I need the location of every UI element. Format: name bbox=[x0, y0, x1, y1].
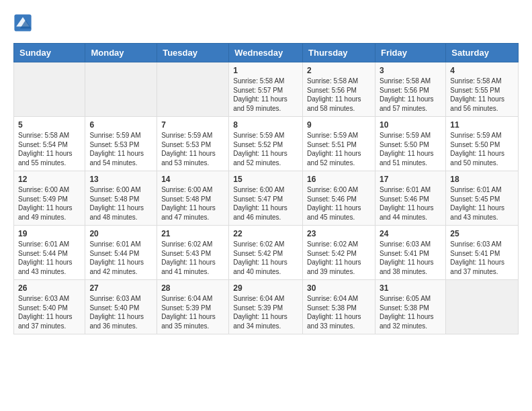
calendar-cell: 27Sunrise: 6:03 AMSunset: 5:40 PMDayligh… bbox=[85, 280, 157, 334]
day-number: 25 bbox=[450, 229, 514, 238]
day-number: 18 bbox=[450, 175, 514, 184]
day-number: 15 bbox=[233, 175, 298, 184]
calendar-cell: 14Sunrise: 6:00 AMSunset: 5:48 PMDayligh… bbox=[157, 171, 229, 226]
day-number: 31 bbox=[380, 283, 441, 293]
day-number: 4 bbox=[450, 66, 514, 75]
cell-content: Sunrise: 6:03 AMSunset: 5:40 PMDaylight:… bbox=[18, 294, 81, 330]
calendar-cell: 15Sunrise: 6:00 AMSunset: 5:47 PMDayligh… bbox=[229, 171, 303, 226]
day-number: 6 bbox=[89, 120, 152, 130]
day-number: 24 bbox=[380, 229, 441, 238]
cell-content: Sunrise: 6:03 AMSunset: 5:41 PMDaylight:… bbox=[450, 240, 514, 276]
weekday-header: Saturday bbox=[446, 44, 519, 62]
cell-content: Sunrise: 5:58 AMSunset: 5:56 PMDaylight:… bbox=[380, 77, 441, 113]
day-number: 20 bbox=[89, 229, 152, 238]
day-number: 2 bbox=[307, 66, 371, 75]
day-number: 28 bbox=[161, 283, 224, 293]
day-number: 17 bbox=[380, 175, 441, 184]
logo-icon bbox=[13, 13, 32, 32]
calendar-cell: 13Sunrise: 6:00 AMSunset: 5:48 PMDayligh… bbox=[85, 171, 157, 226]
cell-content: Sunrise: 5:59 AMSunset: 5:53 PMDaylight:… bbox=[89, 131, 152, 167]
calendar-cell: 20Sunrise: 6:01 AMSunset: 5:44 PMDayligh… bbox=[85, 226, 157, 280]
day-number: 9 bbox=[307, 120, 371, 130]
weekday-header: Friday bbox=[375, 44, 445, 62]
calendar-cell: 21Sunrise: 6:02 AMSunset: 5:43 PMDayligh… bbox=[157, 226, 229, 280]
calendar-cell: 10Sunrise: 5:59 AMSunset: 5:50 PMDayligh… bbox=[375, 117, 445, 171]
calendar-cell: 8Sunrise: 5:59 AMSunset: 5:52 PMDaylight… bbox=[229, 117, 303, 171]
calendar-cell: 6Sunrise: 5:59 AMSunset: 5:53 PMDaylight… bbox=[85, 117, 157, 171]
calendar-cell: 25Sunrise: 6:03 AMSunset: 5:41 PMDayligh… bbox=[446, 226, 519, 280]
day-number: 3 bbox=[380, 66, 441, 75]
cell-content: Sunrise: 5:59 AMSunset: 5:51 PMDaylight:… bbox=[307, 131, 371, 167]
calendar-week-row: 12Sunrise: 6:00 AMSunset: 5:49 PMDayligh… bbox=[14, 171, 519, 226]
cell-content: Sunrise: 5:59 AMSunset: 5:50 PMDaylight:… bbox=[380, 131, 441, 167]
calendar-cell: 2Sunrise: 5:58 AMSunset: 5:56 PMDaylight… bbox=[303, 62, 375, 117]
cell-content: Sunrise: 6:01 AMSunset: 5:45 PMDaylight:… bbox=[450, 185, 514, 222]
calendar-cell: 26Sunrise: 6:03 AMSunset: 5:40 PMDayligh… bbox=[14, 280, 85, 334]
cell-content: Sunrise: 6:03 AMSunset: 5:41 PMDaylight:… bbox=[380, 240, 441, 276]
cell-content: Sunrise: 6:00 AMSunset: 5:46 PMDaylight:… bbox=[307, 185, 371, 222]
calendar-cell: 19Sunrise: 6:01 AMSunset: 5:44 PMDayligh… bbox=[14, 226, 85, 280]
weekday-header: Sunday bbox=[14, 44, 85, 62]
cell-content: Sunrise: 6:01 AMSunset: 5:44 PMDaylight:… bbox=[18, 240, 81, 276]
calendar-week-row: 26Sunrise: 6:03 AMSunset: 5:40 PMDayligh… bbox=[14, 280, 519, 334]
calendar-week-row: 19Sunrise: 6:01 AMSunset: 5:44 PMDayligh… bbox=[14, 226, 519, 280]
cell-content: Sunrise: 6:02 AMSunset: 5:43 PMDaylight:… bbox=[161, 240, 224, 276]
day-number: 29 bbox=[233, 283, 298, 293]
calendar-week-row: 1Sunrise: 5:58 AMSunset: 5:57 PMDaylight… bbox=[14, 62, 519, 117]
cell-content: Sunrise: 6:00 AMSunset: 5:47 PMDaylight:… bbox=[233, 185, 298, 222]
cell-content: Sunrise: 6:00 AMSunset: 5:48 PMDaylight:… bbox=[161, 185, 224, 222]
calendar-cell bbox=[14, 62, 85, 117]
day-number: 23 bbox=[307, 229, 371, 238]
cell-content: Sunrise: 6:04 AMSunset: 5:38 PMDaylight:… bbox=[307, 294, 371, 330]
calendar-cell: 31Sunrise: 6:05 AMSunset: 5:38 PMDayligh… bbox=[375, 280, 445, 334]
cell-content: Sunrise: 5:58 AMSunset: 5:55 PMDaylight:… bbox=[450, 77, 514, 113]
cell-content: Sunrise: 5:58 AMSunset: 5:56 PMDaylight:… bbox=[307, 77, 371, 113]
calendar-week-row: 5Sunrise: 5:58 AMSunset: 5:54 PMDaylight… bbox=[14, 117, 519, 171]
cell-content: Sunrise: 5:59 AMSunset: 5:50 PMDaylight:… bbox=[450, 131, 514, 167]
calendar-cell: 29Sunrise: 6:04 AMSunset: 5:39 PMDayligh… bbox=[229, 280, 303, 334]
calendar-header-row: SundayMondayTuesdayWednesdayThursdayFrid… bbox=[14, 44, 519, 62]
page-header bbox=[13, 13, 519, 32]
calendar-cell: 28Sunrise: 6:04 AMSunset: 5:39 PMDayligh… bbox=[157, 280, 229, 334]
cell-content: Sunrise: 5:59 AMSunset: 5:52 PMDaylight:… bbox=[233, 131, 298, 167]
calendar-cell: 9Sunrise: 5:59 AMSunset: 5:51 PMDaylight… bbox=[303, 117, 375, 171]
day-number: 14 bbox=[161, 175, 224, 184]
cell-content: Sunrise: 5:58 AMSunset: 5:57 PMDaylight:… bbox=[233, 77, 298, 113]
cell-content: Sunrise: 6:01 AMSunset: 5:46 PMDaylight:… bbox=[380, 185, 441, 222]
calendar-cell: 4Sunrise: 5:58 AMSunset: 5:55 PMDaylight… bbox=[446, 62, 519, 117]
day-number: 26 bbox=[18, 283, 81, 293]
calendar-cell: 17Sunrise: 6:01 AMSunset: 5:46 PMDayligh… bbox=[375, 171, 445, 226]
day-number: 12 bbox=[18, 175, 81, 184]
weekday-header: Tuesday bbox=[157, 44, 229, 62]
cell-content: Sunrise: 6:03 AMSunset: 5:40 PMDaylight:… bbox=[89, 294, 152, 330]
day-number: 10 bbox=[380, 120, 441, 130]
calendar-cell: 24Sunrise: 6:03 AMSunset: 5:41 PMDayligh… bbox=[375, 226, 445, 280]
calendar-cell: 1Sunrise: 5:58 AMSunset: 5:57 PMDaylight… bbox=[229, 62, 303, 117]
calendar-cell: 22Sunrise: 6:02 AMSunset: 5:42 PMDayligh… bbox=[229, 226, 303, 280]
cell-content: Sunrise: 6:04 AMSunset: 5:39 PMDaylight:… bbox=[233, 294, 298, 330]
day-number: 27 bbox=[89, 283, 152, 293]
day-number: 22 bbox=[233, 229, 298, 238]
cell-content: Sunrise: 5:59 AMSunset: 5:53 PMDaylight:… bbox=[161, 131, 224, 167]
cell-content: Sunrise: 5:58 AMSunset: 5:54 PMDaylight:… bbox=[18, 131, 81, 167]
calendar-cell: 18Sunrise: 6:01 AMSunset: 5:45 PMDayligh… bbox=[446, 171, 519, 226]
cell-content: Sunrise: 6:05 AMSunset: 5:38 PMDaylight:… bbox=[380, 294, 441, 330]
calendar-cell bbox=[85, 62, 157, 117]
calendar-cell: 5Sunrise: 5:58 AMSunset: 5:54 PMDaylight… bbox=[14, 117, 85, 171]
calendar-cell: 16Sunrise: 6:00 AMSunset: 5:46 PMDayligh… bbox=[303, 171, 375, 226]
calendar-table: SundayMondayTuesdayWednesdayThursdayFrid… bbox=[13, 43, 519, 334]
cell-content: Sunrise: 6:02 AMSunset: 5:42 PMDaylight:… bbox=[233, 240, 298, 276]
day-number: 21 bbox=[161, 229, 224, 238]
calendar-cell: 23Sunrise: 6:02 AMSunset: 5:42 PMDayligh… bbox=[303, 226, 375, 280]
day-number: 5 bbox=[18, 120, 81, 130]
weekday-header: Monday bbox=[85, 44, 157, 62]
cell-content: Sunrise: 6:02 AMSunset: 5:42 PMDaylight:… bbox=[307, 240, 371, 276]
day-number: 11 bbox=[450, 120, 514, 130]
calendar-cell: 7Sunrise: 5:59 AMSunset: 5:53 PMDaylight… bbox=[157, 117, 229, 171]
day-number: 8 bbox=[233, 120, 298, 130]
calendar-cell bbox=[157, 62, 229, 117]
calendar-cell: 30Sunrise: 6:04 AMSunset: 5:38 PMDayligh… bbox=[303, 280, 375, 334]
day-number: 30 bbox=[307, 283, 371, 293]
logo bbox=[13, 13, 34, 32]
calendar-cell: 12Sunrise: 6:00 AMSunset: 5:49 PMDayligh… bbox=[14, 171, 85, 226]
